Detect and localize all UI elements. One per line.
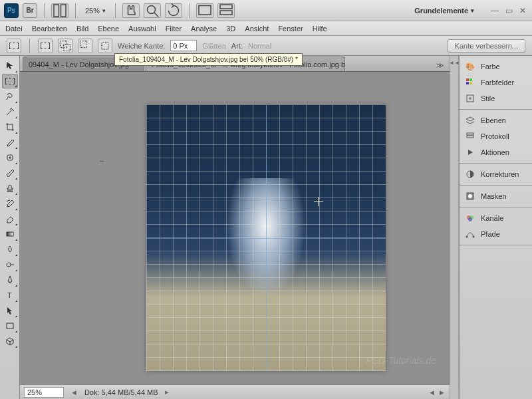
arrange-documents-button[interactable] <box>51 3 68 18</box>
document-canvas[interactable] <box>146 105 386 371</box>
subtract-selection-icon[interactable] <box>78 39 92 53</box>
bridge-logo-icon[interactable]: Br <box>23 3 37 18</box>
menu-fenster[interactable]: Fenster <box>278 25 303 33</box>
svg-rect-0 <box>54 5 59 17</box>
panel-collapse-bar[interactable]: ◄◄ <box>450 56 459 399</box>
path-selection-tool-icon[interactable] <box>2 303 18 318</box>
panels-dock: 🎨Farbe Farbfelder Stile Ebenen Protokoll… <box>459 56 532 399</box>
lasso-tool-icon[interactable] <box>2 89 18 104</box>
panel-kanaele[interactable]: Kanäle <box>460 210 532 226</box>
healing-tool-icon[interactable] <box>2 150 18 165</box>
palette-icon: 🎨 <box>465 61 475 72</box>
scroll-left-icon[interactable]: ◄ <box>428 388 436 396</box>
blur-tool-icon[interactable] <box>2 242 18 257</box>
menu-ansicht[interactable]: Ansicht <box>245 25 269 33</box>
menu-hilfe[interactable]: Hilfe <box>313 25 327 33</box>
svg-rect-4 <box>199 5 211 15</box>
document-tooltip: Fotolia_109404_M - Lev Dolgatshjov.jpg b… <box>114 53 303 66</box>
menu-filter[interactable]: Filter <box>166 25 182 33</box>
move-tool-icon[interactable] <box>2 59 18 73</box>
pen-tool-icon[interactable] <box>2 273 18 287</box>
style-label: Art: <box>231 42 243 50</box>
marquee-tool-icon[interactable] <box>2 74 18 88</box>
adjustments-icon <box>465 169 475 180</box>
eyedropper-tool-icon[interactable] <box>2 135 18 150</box>
maximize-button[interactable]: ▭ <box>503 6 515 15</box>
eraser-tool-icon[interactable] <box>2 211 18 226</box>
panel-farbe[interactable]: 🎨Farbe <box>460 59 532 74</box>
svg-rect-19 <box>469 82 472 84</box>
menu-auswahl[interactable]: Auswahl <box>128 25 156 33</box>
crop-tool-icon[interactable] <box>2 120 18 134</box>
wand-tool-icon[interactable] <box>2 104 18 119</box>
status-doc-info[interactable]: Dok: 5,44 MB/5,44 MB <box>84 388 158 396</box>
add-selection-icon[interactable] <box>58 39 72 53</box>
panel-stile[interactable]: Stile <box>460 90 532 106</box>
refine-edge-button[interactable]: Kante verbessern... <box>448 39 525 53</box>
zoom-tool-shortcut-icon[interactable] <box>144 3 161 18</box>
menu-ebene[interactable]: Ebene <box>98 25 119 33</box>
menu-3d[interactable]: 3D <box>226 25 235 33</box>
svg-point-21 <box>469 97 471 100</box>
dodge-tool-icon[interactable] <box>2 257 18 272</box>
photoshop-logo-icon[interactable]: Ps <box>4 3 19 18</box>
svg-line-3 <box>154 13 158 17</box>
swatches-icon <box>465 77 475 88</box>
screen-mode-button[interactable] <box>196 3 213 18</box>
type-tool-icon[interactable]: T <box>2 288 18 303</box>
guide-horizontal[interactable] <box>146 238 386 239</box>
menu-bearbeiten[interactable]: Bearbeiten <box>32 25 67 33</box>
3d-tool-icon[interactable] <box>2 334 18 348</box>
layers-icon <box>465 115 475 126</box>
svg-point-2 <box>148 5 156 13</box>
tools-panel: T <box>0 56 20 399</box>
tab-scroll-right-icon[interactable]: ≫ <box>434 60 447 71</box>
status-zoom-input[interactable]: 25% <box>24 387 64 398</box>
rotate-view-shortcut-icon[interactable] <box>165 3 182 18</box>
panel-pfade[interactable]: Pfade <box>460 226 532 242</box>
svg-rect-5 <box>220 5 232 9</box>
menu-bild[interactable]: Bild <box>76 25 88 33</box>
arrange-docs-button[interactable] <box>217 3 235 18</box>
history-icon <box>465 131 475 142</box>
panel-masken[interactable]: Masken <box>460 188 532 204</box>
app-topbar: Ps Br 25% Grundelemente — ▭ ✕ <box>0 0 532 21</box>
canvas-viewport[interactable]: -- PSD-Tutorials.de <box>20 72 450 384</box>
style-value: Normal <box>248 42 271 50</box>
channels-icon <box>465 213 475 223</box>
svg-point-29 <box>468 217 472 221</box>
new-selection-icon[interactable] <box>38 39 53 53</box>
close-button[interactable]: ✕ <box>517 6 528 15</box>
history-brush-tool-icon[interactable] <box>2 196 18 211</box>
panel-aktionen[interactable]: Aktionen <box>460 144 532 160</box>
status-menu-icon[interactable]: ▸ <box>165 388 169 396</box>
svg-rect-9 <box>80 41 87 47</box>
hand-tool-shortcut-icon[interactable] <box>122 3 140 18</box>
feather-input[interactable] <box>170 40 197 51</box>
styles-icon <box>465 93 475 104</box>
panel-ebenen[interactable]: Ebenen <box>460 112 532 128</box>
scroll-right-icon[interactable]: ► <box>438 388 446 396</box>
minimize-button[interactable]: — <box>489 6 501 15</box>
masks-icon <box>465 191 475 201</box>
svg-point-13 <box>7 263 11 267</box>
intersect-selection-icon[interactable] <box>98 39 112 53</box>
svg-rect-12 <box>7 232 13 236</box>
status-nav-left-icon[interactable]: ◄ <box>70 388 78 396</box>
shape-tool-icon[interactable] <box>2 319 18 333</box>
menu-analyse[interactable]: Analyse <box>191 25 217 33</box>
gradient-tool-icon[interactable] <box>2 227 18 241</box>
panel-korrekturen[interactable]: Korrekturen <box>460 166 532 182</box>
svg-rect-17 <box>469 78 472 81</box>
panel-protokoll[interactable]: Protokoll <box>460 128 532 144</box>
brush-tool-icon[interactable] <box>2 166 18 180</box>
current-tool-icon[interactable] <box>7 39 21 53</box>
stamp-tool-icon[interactable] <box>2 181 18 196</box>
watermark: PSD-Tutorials.de <box>366 355 436 366</box>
menu-datei[interactable]: Datei <box>5 25 23 33</box>
svg-rect-16 <box>466 78 469 81</box>
panel-farbfelder[interactable]: Farbfelder <box>460 74 532 90</box>
zoom-level-dropdown[interactable]: 25% <box>82 5 108 16</box>
svg-rect-10 <box>102 43 108 49</box>
workspace-switcher[interactable]: Grundelemente <box>409 5 479 16</box>
